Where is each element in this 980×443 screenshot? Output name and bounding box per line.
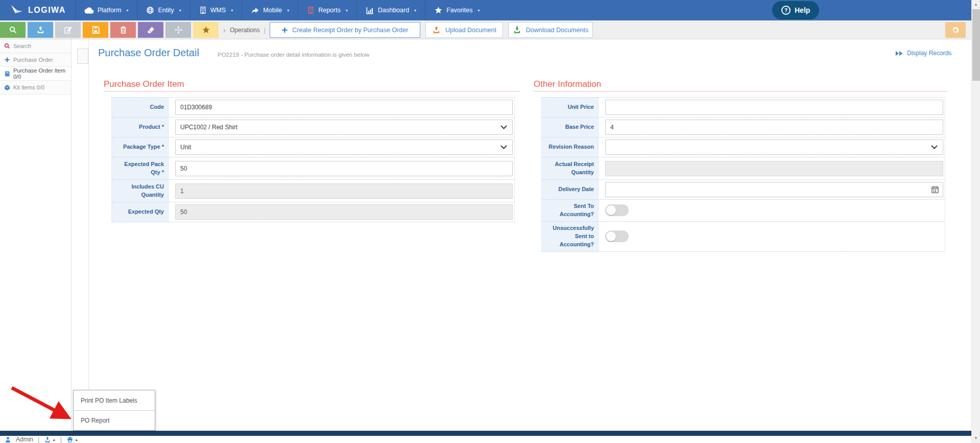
- breadcrumb-operations[interactable]: Operations: [230, 27, 260, 34]
- help-button[interactable]: ? Help: [772, 1, 819, 19]
- sidebar-item-label: Kit Items 0/0: [13, 84, 44, 90]
- menu-item-po-report[interactable]: PO Report: [74, 410, 155, 430]
- sent-to-accounting-toggle[interactable]: [605, 204, 629, 216]
- cube-icon: [4, 84, 10, 91]
- edit-pencil-icon: [64, 26, 73, 34]
- left-sidebar: Search Purchase Order Purchase Order Ite…: [0, 39, 71, 431]
- gear-icon: [951, 26, 960, 35]
- nav-item-wms[interactable]: WMS ▾: [190, 0, 242, 20]
- section-rule: [104, 91, 520, 91]
- calendar-icon[interactable]: [927, 182, 943, 197]
- fast-forward-icon: [895, 51, 903, 56]
- upload-document-button[interactable]: Upload Document: [425, 22, 503, 38]
- sidebar-collapse-handle[interactable]: [77, 49, 88, 64]
- section-title-other-information: Other Information: [534, 79, 601, 89]
- package-type-select[interactable]: Unit: [175, 139, 513, 155]
- nav-item-platform[interactable]: Platform ▾: [75, 0, 137, 20]
- expected-pack-qty-input[interactable]: [175, 161, 513, 176]
- scrollbar-thumb[interactable]: [972, 9, 980, 81]
- nav-label: Reports: [318, 7, 341, 14]
- field-label: Product *: [112, 118, 169, 137]
- footer-divider: |: [60, 436, 62, 443]
- download-documents-button[interactable]: Download Documents: [508, 22, 593, 38]
- nav-item-favorites[interactable]: Favorites ▾: [425, 0, 488, 20]
- delivery-date-input[interactable]: [605, 182, 943, 197]
- nav-label: WMS: [210, 7, 226, 14]
- search-button[interactable]: [0, 22, 26, 38]
- nav-label: Dashboard: [378, 7, 409, 14]
- field-label: Delivery Date: [542, 180, 599, 199]
- footer-download-button[interactable]: ▲: [44, 436, 56, 443]
- app-root: LOGIWA Platform ▾ Entity ▾ WMS ▾: [0, 0, 980, 443]
- delete-button[interactable]: [110, 22, 136, 38]
- nav-label: Entity: [158, 7, 174, 14]
- form-row-product: Product * UPC1002 / Red Shirt: [112, 118, 514, 137]
- chevron-down-icon: [500, 124, 507, 131]
- chevron-down-icon: [931, 144, 938, 151]
- nav-item-dashboard[interactable]: Dashboard ▾: [356, 0, 425, 20]
- form-row-unsuccessfully-sent-to-accounting: Unsuccessfully Sent to Accounting?: [542, 222, 945, 252]
- sidebar-item-purchase-order[interactable]: Purchase Order: [0, 53, 71, 67]
- print-context-menu: Print PO Item Labels PO Report: [73, 390, 155, 431]
- upload-button[interactable]: [28, 22, 53, 38]
- nav-item-mobile[interactable]: Mobile ▾: [242, 0, 298, 20]
- page-title: Purchase Order Detail: [98, 47, 199, 59]
- settings-gear-button[interactable]: [945, 22, 966, 38]
- nav-item-reports[interactable]: Reports ▾: [298, 0, 356, 20]
- content-splitter: [88, 39, 89, 431]
- create-receipt-order-button[interactable]: + Create Receipt Order by Purchase Order: [270, 22, 420, 38]
- move-button[interactable]: [165, 22, 191, 38]
- form-row-unit-price: Unit Price: [542, 98, 945, 118]
- chevron-down-icon: ▾: [231, 8, 233, 13]
- display-records-link[interactable]: Display Records: [895, 50, 951, 57]
- field-label: Expected Qty: [112, 202, 169, 222]
- reports-building-icon: [307, 6, 315, 14]
- erase-button[interactable]: [138, 22, 163, 38]
- display-records-label: Display Records: [907, 50, 951, 57]
- dashboard-chart-icon: [366, 7, 374, 14]
- unit-price-input[interactable]: [605, 100, 943, 115]
- footer-divider: |: [38, 436, 39, 443]
- favorite-button[interactable]: [193, 22, 219, 38]
- scroll-down-arrow-icon[interactable]: ▼: [972, 436, 980, 440]
- logiwa-logo[interactable]: LOGIWA: [0, 0, 75, 20]
- nav-label: Mobile: [263, 7, 282, 14]
- footer-print-button[interactable]: ▲: [66, 436, 78, 443]
- field-label: Unsuccessfully Sent to Accounting?: [542, 222, 599, 251]
- chevron-down-icon: ▾: [287, 8, 289, 13]
- nav-item-entity[interactable]: Entity ▾: [137, 0, 189, 20]
- field-label: Actual Receipt Quantity: [542, 157, 599, 179]
- product-select[interactable]: UPC1002 / Red Shirt: [175, 120, 513, 135]
- edit-button[interactable]: [55, 22, 81, 38]
- scroll-up-arrow-icon[interactable]: ▲: [972, 2, 980, 7]
- brand-name: LOGIWA: [28, 6, 66, 15]
- form-row-delivery-date: Delivery Date: [542, 180, 945, 200]
- save-button[interactable]: [83, 22, 108, 38]
- eraser-icon: [147, 26, 155, 34]
- create-receipt-order-label: Create Receipt Order by Purchase Order: [292, 27, 408, 34]
- revision-reason-select[interactable]: [605, 139, 943, 155]
- upload-icon: [36, 26, 45, 34]
- trash-icon: [119, 26, 128, 34]
- vertical-scrollbar[interactable]: ▲ ▼: [971, 0, 980, 443]
- chevron-down-icon: ▾: [126, 8, 128, 13]
- bottom-dark-bar: [0, 431, 980, 436]
- form-row-expected-qty: Expected Qty: [112, 202, 514, 222]
- upload-document-icon: [432, 26, 441, 34]
- code-input[interactable]: [175, 100, 513, 115]
- sidebar-item-purchase-order-item[interactable]: Purchase Order Item 0/0: [0, 67, 71, 81]
- sidebar-item-kit-items[interactable]: Kit Items 0/0: [0, 81, 71, 95]
- menu-item-print-po-item-labels[interactable]: Print PO Item Labels: [74, 390, 155, 410]
- nav-label: Platform: [98, 7, 122, 14]
- field-label: Base Price: [542, 118, 599, 137]
- download-documents-icon: [513, 26, 521, 34]
- unsuccessfully-sent-to-accounting-toggle[interactable]: [605, 230, 629, 242]
- chevron-down-icon: ▾: [478, 8, 480, 13]
- product-select-value: UPC1002 / Red Shirt: [180, 124, 237, 131]
- move-arrows-icon: [174, 26, 183, 34]
- cloud-icon: [84, 7, 94, 14]
- sidebar-item-search[interactable]: Search: [0, 39, 71, 53]
- base-price-input[interactable]: [605, 120, 943, 135]
- section-rule: [534, 91, 947, 91]
- chevron-down-icon: ▾: [346, 8, 348, 13]
